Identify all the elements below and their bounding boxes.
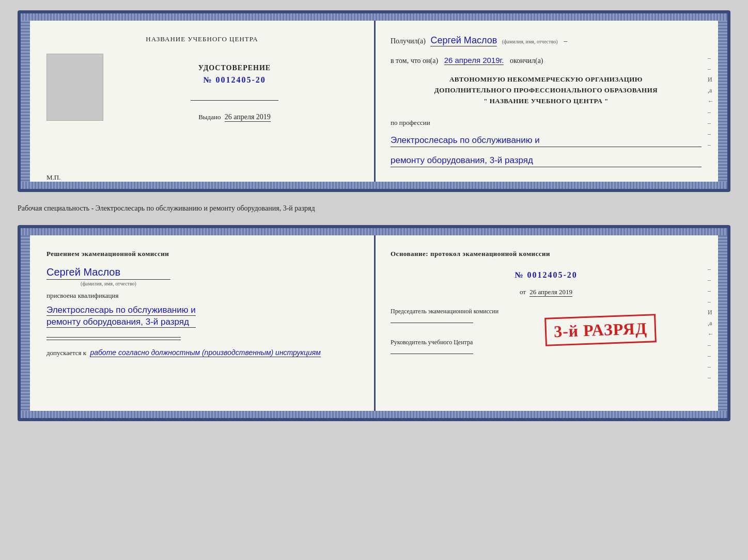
org-block: АВТОНОМНУЮ НЕКОММЕРЧЕСКУЮ ОРГАНИЗАЦИЮ ДО… — [391, 74, 702, 106]
issued-line: Выдано 26 апреля 2019 — [198, 113, 271, 122]
training-center-title: НАЗВАНИЕ УЧЕБНОГО ЦЕНТРА — [146, 35, 258, 43]
certificate-card-2: Решением экаменационной комиссии Сергей … — [18, 225, 730, 421]
in-that-date: 26 апреля 2019г. — [444, 56, 504, 65]
decision-text: Решением экаменационной комиссии — [46, 250, 169, 258]
certificate-card-1: НАЗВАНИЕ УЧЕБНОГО ЦЕНТРА УДОСТОВЕРЕНИЕ №… — [18, 10, 730, 192]
qual-line1: Электрослесарь по обслуживанию и — [46, 305, 196, 316]
profession-label: по профессии — [391, 119, 702, 127]
assigned-text: присвоена квалификация — [46, 292, 118, 300]
qual-line2: ремонту оборудования, 3-й разряд — [46, 317, 196, 328]
card2-left-panel: Решением экаменационной комиссии Сергей … — [30, 228, 374, 418]
fio-hint-1: (фамилия, имя, отчество) — [502, 39, 558, 44]
right-texture-2 — [718, 228, 727, 418]
ruler-sig-line — [391, 354, 473, 354]
person-name: Сергей Маслов — [46, 266, 120, 278]
profession-line2: ремонту оборудования, 3-й разряд — [391, 154, 702, 167]
issued-date: 26 апреля 2019 — [225, 113, 271, 122]
issued-label: Выдано — [198, 113, 221, 121]
left-texture-2 — [21, 228, 30, 418]
allowed-line: допускается к работе согласно должностны… — [46, 348, 321, 357]
basis-number: № 0012405-20 — [391, 270, 702, 280]
allowed-value: работе согласно должностным (производств… — [90, 348, 321, 357]
certificate-number: № 0012405-20 — [203, 75, 266, 85]
right-texture — [718, 13, 727, 189]
stamp-box: 3-й РАЗРЯД — [544, 314, 657, 346]
recipient-name: Сергей Маслов — [430, 35, 497, 46]
left-texture — [21, 13, 30, 189]
between-label: Рабочая специальность - Электрослесарь п… — [18, 201, 730, 216]
photo-placeholder — [46, 54, 103, 121]
right-side-decoration: ––И,а←–––– — [708, 54, 714, 149]
received-line: Получил(а) Сергей Маслов (фамилия, имя, … — [391, 35, 702, 46]
mp-label: М.П. — [46, 173, 60, 182]
stamp-text: 3-й РАЗРЯД — [554, 318, 648, 341]
in-that-line: в том, что он(а) 26 апреля 2019г. окончи… — [391, 56, 702, 65]
fio-hint-2: (фамилия, имя, отчество) — [46, 281, 170, 286]
card1-left-panel: НАЗВАНИЕ УЧЕБНОГО ЦЕНТРА УДОСТОВЕРЕНИЕ №… — [30, 13, 374, 189]
profession-line1: Электрослесарь по обслуживанию и — [391, 134, 702, 147]
basis-text: Основание: протокол экаменационной комис… — [391, 250, 702, 258]
card2-right-panel: Основание: протокол экаменационной комис… — [374, 228, 718, 418]
chairman-sig-line — [391, 323, 473, 323]
certificate-label: УДОСТОВЕРЕНИЕ — [198, 64, 271, 72]
card1-right-panel: Получил(а) Сергей Маслов (фамилия, имя, … — [374, 13, 718, 189]
basis-date-value: 26 апреля 2019 — [529, 288, 572, 297]
right-side-decoration-2: ––––И,а←–––– — [708, 265, 714, 381]
basis-date: от 26 апреля 2019 — [391, 288, 702, 297]
